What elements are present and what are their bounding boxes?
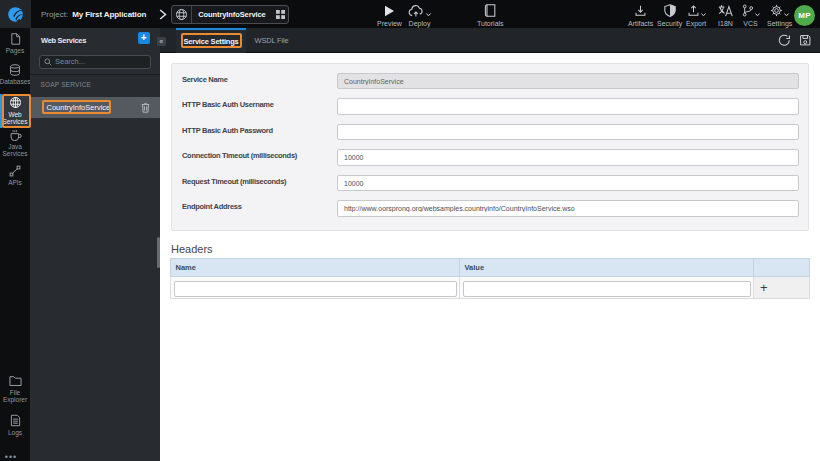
service-list-item[interactable]: CountryInfoService: [30, 97, 160, 118]
nav-pages-label: Pages: [6, 47, 24, 54]
auth-username-input[interactable]: [337, 98, 799, 114]
web-services-globe-icon: [9, 96, 22, 109]
settings-button[interactable]: Settings: [767, 3, 792, 27]
preview-button[interactable]: Preview: [377, 3, 402, 27]
panel-title: Web Services: [41, 36, 86, 45]
nav-logs[interactable]: Logs: [0, 414, 30, 437]
web-services-panel: Web Services + SOAP SERVICE CountryInfoS…: [30, 28, 160, 461]
tab-wsdl-file-label: WSDL File: [255, 36, 289, 45]
auth-password-input[interactable]: [337, 124, 799, 140]
field-label-request-timeout: Request Timeout (milliseconds): [182, 175, 337, 186]
open-entity-tab[interactable]: CountryInfoService: [171, 5, 289, 24]
left-nav-rail: Pages Databases Web Services: [0, 28, 30, 461]
project-breadcrumb: Project: My First Application: [41, 0, 146, 28]
nav-file-explorer[interactable]: File Explorer: [0, 375, 30, 404]
settings-gear-icon: [770, 3, 789, 17]
headers-table-header-row: Name Value: [171, 259, 810, 277]
field-label-connection-timeout: Connection Timeout (milliseconds): [182, 149, 337, 160]
file-explorer-folder-icon: [9, 375, 22, 387]
vcs-button[interactable]: VCS: [741, 3, 760, 27]
panel-header: Web Services +: [30, 28, 160, 53]
i18n-button[interactable]: I18N: [718, 3, 733, 27]
service-settings-content: Service Name HTTP Basic Auth Username HT…: [160, 54, 820, 461]
nav-apis[interactable]: APIs: [0, 165, 30, 186]
collapse-panel-button[interactable]: «: [157, 37, 166, 47]
headers-section-title: Headers: [171, 243, 213, 255]
export-label: Export: [686, 20, 706, 27]
nav-databases-label: Databases: [0, 78, 31, 85]
field-label-auth-password: HTTP Basic Auth Password: [182, 124, 337, 135]
service-name-input[interactable]: [337, 73, 799, 89]
security-shield-icon: [664, 3, 676, 17]
header-value-input[interactable]: [463, 281, 751, 297]
tab-wsdl-file[interactable]: WSDL File: [246, 28, 297, 53]
pages-icon: [10, 33, 21, 45]
header-name-input[interactable]: [174, 281, 457, 297]
tab-service-settings-label: Service Settings: [183, 37, 238, 46]
nav-java-services[interactable]: Java Services: [0, 129, 30, 157]
nav-apis-label: APIs: [8, 179, 22, 186]
reload-service-button[interactable]: [777, 34, 791, 48]
request-timeout-input[interactable]: [337, 175, 799, 191]
service-name: CountryInfoService: [47, 103, 111, 112]
deploy-cloud-icon: [408, 3, 431, 17]
nav-web-services[interactable]: Web Services: [0, 94, 30, 129]
headers-table-row: +: [171, 276, 810, 299]
search-input[interactable]: [55, 57, 135, 66]
soap-service-section-label: SOAP SERVICE: [41, 81, 92, 88]
save-icon: [799, 34, 812, 47]
connection-timeout-input[interactable]: [337, 149, 799, 165]
entity-grid-icon[interactable]: [272, 6, 288, 23]
nav-pages[interactable]: Pages: [0, 33, 30, 55]
tutorials-button[interactable]: Tutorials: [477, 3, 504, 27]
tab-actions: [777, 28, 812, 53]
artifacts-label: Artifacts: [628, 20, 653, 27]
header-col-value: Value: [460, 259, 754, 277]
security-button[interactable]: Security: [657, 3, 682, 27]
refresh-icon: [778, 34, 791, 47]
service-search[interactable]: [39, 55, 151, 70]
export-icon: [687, 3, 706, 17]
save-service-button[interactable]: [798, 34, 812, 48]
apis-icon: [9, 165, 21, 177]
nav-databases[interactable]: Databases: [0, 64, 30, 86]
vcs-branch-icon: [741, 3, 760, 17]
service-settings-form: Service Name HTTP Basic Auth Username HT…: [171, 63, 810, 232]
add-header-button[interactable]: +: [760, 281, 768, 294]
settings-label: Settings: [767, 20, 792, 27]
workspace: Service Settings WSDL File: [160, 28, 820, 461]
tab-service-settings[interactable]: Service Settings: [176, 28, 246, 53]
wavemaker-logo-icon: [7, 6, 24, 23]
vcs-label: VCS: [743, 20, 757, 27]
add-service-button[interactable]: +: [138, 32, 150, 44]
delete-service-icon[interactable]: [141, 102, 150, 113]
export-button[interactable]: Export: [686, 3, 706, 27]
field-label-endpoint-address: Endpoint Address: [182, 200, 337, 211]
i18n-translate-icon: [718, 3, 733, 17]
tutorials-label: Tutorials: [477, 20, 504, 27]
webservice-globe-icon: [172, 6, 192, 23]
endpoint-address-input[interactable]: [337, 200, 799, 216]
header-value-cell: [460, 276, 754, 299]
i18n-label: I18N: [718, 20, 733, 27]
header-name-cell: [171, 276, 460, 299]
databases-icon: [9, 64, 21, 76]
project-name: My First Application: [72, 10, 146, 19]
deploy-label: Deploy: [409, 20, 431, 27]
nav-logs-label: Logs: [8, 429, 22, 436]
deploy-button[interactable]: Deploy: [408, 3, 431, 27]
app-logo[interactable]: [0, 0, 31, 28]
entity-tab-title: CountryInfoService: [192, 10, 272, 19]
preview-label: Preview: [377, 20, 402, 27]
user-avatar[interactable]: MP: [794, 5, 815, 26]
field-label-auth-username: HTTP Basic Auth Username: [182, 98, 337, 109]
security-label: Security: [657, 20, 682, 27]
headers-table: Name Value +: [170, 258, 810, 299]
nav-more-button[interactable]: •••: [0, 452, 22, 461]
wavemaker-studio-window: Project: My First Application CountryInf…: [0, 0, 820, 461]
header-col-actions: [754, 259, 810, 277]
artifacts-button[interactable]: Artifacts: [628, 3, 653, 27]
search-icon: [44, 58, 52, 66]
nav-file-explorer-label: File Explorer: [2, 389, 28, 403]
preview-play-icon: [384, 3, 395, 17]
